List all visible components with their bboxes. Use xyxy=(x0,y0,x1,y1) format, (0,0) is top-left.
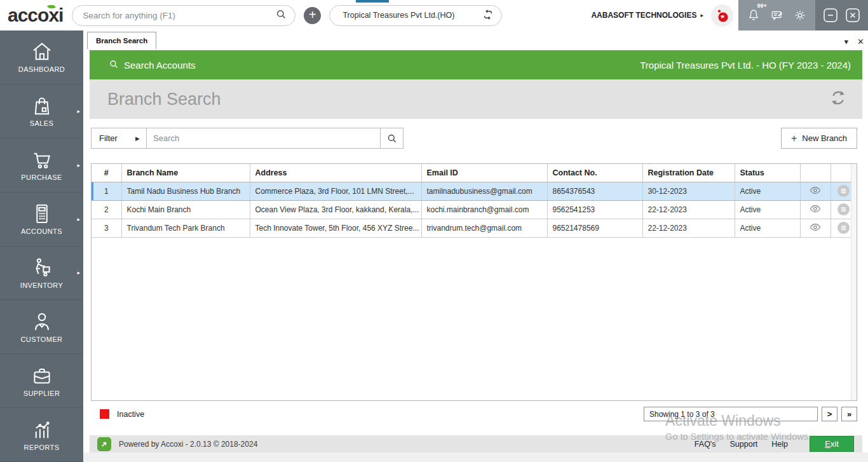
faqs-link[interactable]: FAQ's xyxy=(695,440,716,449)
tab-label: Branch Search xyxy=(96,37,147,44)
sidebar-item-accounts[interactable]: ACCOUNTS ▸ xyxy=(0,193,83,247)
sidebar-item-customer[interactable]: CUSTOMER xyxy=(0,300,83,354)
col-header-email: Email ID xyxy=(421,164,547,182)
eye-icon xyxy=(810,206,821,215)
cell-num: 3 xyxy=(92,219,121,237)
view-branch-button[interactable] xyxy=(800,200,831,219)
table-scrollbar[interactable] xyxy=(851,164,857,400)
home-icon xyxy=(30,41,54,62)
table-search-input[interactable] xyxy=(153,133,374,143)
top-header-bar: accoxi + Tropical Treasures Pvt Ltd.(HO) xyxy=(0,0,868,31)
cell-registration-date: 22-12-2023 xyxy=(642,219,735,237)
messages-button[interactable] xyxy=(769,7,785,24)
close-button[interactable] xyxy=(845,8,860,23)
cell-num: 2 xyxy=(92,200,121,219)
sidebar-item-label: PURCHASE xyxy=(21,173,62,181)
view-branch-button[interactable] xyxy=(800,182,831,200)
plus-icon: + xyxy=(791,133,797,144)
next-page-button[interactable]: > xyxy=(822,407,837,421)
sidebar-item-purchase[interactable]: PURCHASE ▸ xyxy=(0,139,83,193)
inactive-legend-swatch xyxy=(100,409,109,419)
exit-label: Exit xyxy=(825,439,839,449)
search-accounts-link[interactable]: Search Accounts xyxy=(109,59,196,71)
status-bar: Powered by Accoxi - 2.0.13 © 2018-2024 F… xyxy=(90,435,862,452)
search-icon xyxy=(109,59,119,71)
company-selector-value: Tropical Treasures Pvt Ltd.(HO) xyxy=(342,11,482,20)
submenu-arrow-icon: ▸ xyxy=(77,162,80,168)
tab-list-caret-icon[interactable]: ▾ xyxy=(844,37,849,46)
table-row[interactable]: 1 Tamil Nadu Business Hub Branch Commerc… xyxy=(92,182,856,200)
pagination: Showing 1 to 3 of 3 > » xyxy=(644,407,857,421)
global-search-input[interactable] xyxy=(83,11,275,20)
cell-email: trivandrum.tech@gmail.com xyxy=(421,219,547,237)
sidebar-item-sales[interactable]: SALES ▸ xyxy=(0,85,83,139)
window-controls xyxy=(815,0,868,31)
search-accounts-label: Search Accounts xyxy=(124,60,196,71)
quick-add-button[interactable]: + xyxy=(304,7,321,24)
pagination-status: Showing 1 to 3 of 3 xyxy=(644,407,818,421)
user-avatar[interactable] xyxy=(711,4,733,27)
hand-truck-icon xyxy=(30,257,54,278)
table-search-button[interactable] xyxy=(380,128,403,148)
col-header-view xyxy=(800,164,831,182)
cart-icon xyxy=(30,149,54,170)
table-row[interactable]: 2 Kochi Main Branch Ocean View Plaza, 3r… xyxy=(92,200,856,219)
cell-contact: 96521478569 xyxy=(547,219,642,237)
notifications-button[interactable]: 99+ xyxy=(745,7,762,24)
view-branch-button[interactable] xyxy=(800,219,831,237)
sidebar-item-dashboard[interactable]: DASHBOARD xyxy=(0,31,83,85)
table-row[interactable]: 3 Trivandum Tech Park Branch Tech Innova… xyxy=(92,219,856,237)
footer-links: FAQ's Support Help xyxy=(695,440,788,449)
col-header-address: Address xyxy=(250,164,421,182)
page-body: Filter ▶ + New Branch xyxy=(90,119,862,433)
col-header-branch-name: Branch Name xyxy=(121,164,250,182)
switch-company-icon[interactable] xyxy=(482,9,494,22)
briefcase-icon xyxy=(30,365,54,386)
notification-badge: 99+ xyxy=(757,3,766,9)
cell-num: 1 xyxy=(92,182,121,200)
sidebar-nav: DASHBOARD SALES ▸ PURCHASE ▸ xyxy=(0,31,83,462)
cell-email: tamilnadubusiness@gmail.com xyxy=(421,182,547,200)
table-header-row: # Branch Name Address Email ID Contact N… xyxy=(92,164,856,182)
accoxi-app-window: accoxi + Tropical Treasures Pvt Ltd.(HO) xyxy=(0,0,868,462)
support-link[interactable]: Support xyxy=(730,440,758,449)
bottom-strip xyxy=(83,452,868,462)
page-title: Branch Search xyxy=(107,90,221,109)
organization-menu[interactable]: AABASOFT TECHNOLOGIES ▸ xyxy=(591,11,703,20)
help-link[interactable]: Help xyxy=(771,440,788,449)
settings-button[interactable] xyxy=(792,7,808,24)
cell-status: Active xyxy=(735,182,800,200)
minimize-button[interactable] xyxy=(823,8,838,23)
tab-strip: Branch Search ▾ ✕ xyxy=(83,31,868,49)
tab-branch-search[interactable]: Branch Search xyxy=(87,32,156,49)
plus-icon: + xyxy=(309,8,316,21)
exit-button[interactable]: Exit xyxy=(810,436,854,452)
cell-registration-date: 30-12-2023 xyxy=(642,182,735,200)
filter-dropdown[interactable]: Filter ▶ xyxy=(92,128,147,148)
search-icon[interactable] xyxy=(275,8,287,23)
legend-pagination-row: Inactive Showing 1 to 3 of 3 > » xyxy=(91,407,861,421)
global-search xyxy=(72,5,295,26)
sidebar-item-inventory[interactable]: INVENTORY ▸ xyxy=(0,247,83,301)
cell-address: Tech Innovate Tower, 5th Floor, 456 XYZ … xyxy=(250,219,421,237)
refresh-icon[interactable] xyxy=(829,89,847,109)
cell-status: Active xyxy=(735,219,800,237)
sidebar-item-supplier[interactable]: SUPPLIER xyxy=(0,354,83,408)
last-page-button[interactable]: » xyxy=(841,407,857,421)
tab-close-icon[interactable]: ✕ xyxy=(857,37,864,46)
cell-branch-name: Kochi Main Branch xyxy=(121,200,250,219)
calculator-icon xyxy=(30,203,54,224)
accoxi-footer-icon xyxy=(97,437,111,451)
eye-icon xyxy=(810,224,821,233)
sidebar-item-label: INVENTORY xyxy=(20,282,63,289)
sidebar-item-reports[interactable]: REPORTS xyxy=(0,408,83,462)
eye-icon xyxy=(810,187,821,196)
menu-icon xyxy=(837,203,850,215)
organization-name: AABASOFT TECHNOLOGIES xyxy=(591,11,696,20)
organization-caret-icon: ▸ xyxy=(700,12,703,18)
header-icon-tray: 99+ xyxy=(738,0,815,31)
new-branch-button[interactable]: + New Branch xyxy=(781,128,857,149)
filter-row: Filter ▶ + New Branch xyxy=(91,128,861,149)
company-selector[interactable]: Tropical Treasures Pvt Ltd.(HO) xyxy=(329,5,502,26)
menu-icon xyxy=(837,222,850,234)
